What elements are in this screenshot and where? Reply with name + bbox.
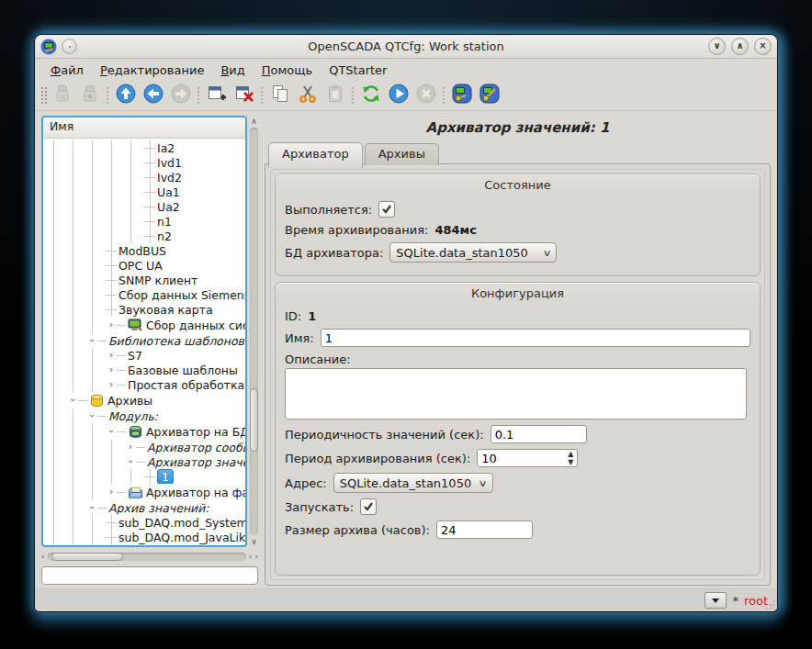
toolbar-handle[interactable]	[40, 86, 47, 105]
tree-item-простая-обработка[interactable]: ›Простая обработка	[43, 377, 245, 392]
tree-item-звуковая-карта[interactable]: Звуковая карта	[43, 302, 245, 317]
running-checkbox[interactable]	[378, 201, 395, 218]
scroll-down-icon[interactable]: ∨	[251, 537, 257, 546]
tree-item-sub-daq-mod-javalike[interactable]: sub_DAQ.mod_JavaLike	[43, 530, 245, 544]
tree-item-label: Архиватор сообще	[147, 441, 245, 454]
menu-view[interactable]: Вид	[212, 62, 253, 79]
tree-item-архив-значений-[interactable]: ›Архив значений:	[43, 500, 245, 515]
tree-item-ua1[interactable]: Ua1	[43, 185, 245, 199]
archiving-period-spinbox[interactable]: ▲ ▼	[477, 449, 578, 467]
start-button[interactable]	[385, 83, 412, 108]
tree-item-1[interactable]: 1	[43, 469, 245, 484]
stop-button	[412, 83, 440, 108]
spin-up-icon[interactable]: ▲	[568, 451, 573, 457]
name-input[interactable]	[321, 329, 750, 347]
qtstarter-qtcfg-button[interactable]	[476, 83, 503, 108]
tree-item-модуль-[interactable]: ›Модуль:	[43, 408, 245, 423]
tree-branch-line	[97, 341, 107, 341]
state-group-title: Состояние	[283, 176, 752, 196]
value-period-input[interactable]	[491, 425, 587, 443]
expand-icon[interactable]: ›	[106, 320, 117, 330]
to-start-label: Запускать:	[285, 500, 354, 514]
scroll-right-icon[interactable]: ›	[254, 552, 258, 561]
tree-header-name[interactable]: Имя	[43, 117, 245, 139]
scroll-left-icon[interactable]: ‹	[41, 552, 45, 561]
to-start-checkbox[interactable]	[360, 498, 377, 515]
archiver-db-select[interactable]: SQLite.data_stan1050 ∨	[389, 242, 557, 263]
window-titlebar[interactable]: OpenSCADA QTCfg: Work station ∨ ∧ ×	[35, 35, 777, 59]
tree-horizontal-scrollbar[interactable]: ‹ ‹ ›	[41, 550, 258, 563]
tree-item-сбор-данных-систем[interactable]: ›Сбор данных систем	[43, 317, 245, 333]
expand-icon[interactable]: ›	[106, 487, 117, 497]
spin-down-icon[interactable]: ▼	[568, 459, 573, 465]
scroll-left2-icon[interactable]: ‹	[249, 552, 253, 561]
menu-qtstarter[interactable]: QTStarter	[321, 62, 395, 79]
tree-item-s7[interactable]: ›S7	[43, 348, 245, 363]
tree-item-архиватор-сообще[interactable]: ›Архиватор сообще	[43, 440, 245, 454]
copy-button[interactable]	[266, 83, 294, 108]
tree-item-ivd2[interactable]: Ivd2	[43, 170, 245, 185]
tree-item-архиватор-на-файл[interactable]: ›Архиватор на файл	[43, 484, 245, 500]
paste-icon	[324, 83, 346, 108]
archiving-period-input[interactable]	[477, 449, 578, 467]
expand-icon[interactable]: ›	[106, 380, 117, 389]
tab-archiver[interactable]: Архиватор	[268, 142, 363, 168]
tree-item-n1[interactable]: n1	[43, 214, 245, 229]
tree-item-библиотека-шаблонов-[interactable]: ›Библиотека шаблонов:	[43, 333, 245, 348]
qtstarter-conf-button[interactable]	[448, 83, 476, 108]
expand-icon[interactable]: ›	[106, 365, 117, 375]
tree-item-базовые-шаблоны[interactable]: ›Базовые шаблоны	[43, 363, 245, 377]
cut-button[interactable]	[294, 83, 321, 108]
tree-item-архиватор-на-бд[interactable]: ›Архиватор на БД	[43, 423, 245, 440]
minimize-button[interactable]: ∨	[708, 38, 726, 55]
editor-pane: Архиватор значений: 1 Архиватор Архивы С…	[265, 116, 771, 586]
refresh-button[interactable]	[357, 83, 385, 108]
tree-item-архивы[interactable]: ›Архивы	[43, 392, 245, 408]
address-value: SQLite.data_stan1050	[340, 476, 473, 490]
paste-button	[321, 83, 349, 108]
close-button[interactable]: ×	[754, 38, 772, 55]
archive-size-input[interactable]	[436, 520, 533, 539]
collapse-icon[interactable]: ›	[126, 456, 135, 467]
toolbar-separator	[106, 86, 110, 105]
tree-body: Ia2Ivd1Ivd2Ua1Ua2n1n2ModBUSOPC UASNMP кл…	[43, 139, 245, 545]
collapse-icon[interactable]: ›	[87, 502, 96, 513]
back-button[interactable]	[140, 83, 167, 108]
item-delete-button[interactable]	[231, 83, 258, 108]
id-label: ID:	[285, 309, 301, 323]
tree-item-сбор-данных-siemens[interactable]: Сбор данных Siemens	[43, 287, 245, 302]
tree-item-n2[interactable]: n2	[43, 229, 245, 243]
tree-item-opc-ua[interactable]: OPC UA	[43, 258, 245, 273]
menu-edit[interactable]: Редактирование	[92, 62, 212, 79]
description-textarea[interactable]	[285, 368, 747, 420]
tab-archives[interactable]: Архивы	[365, 143, 439, 165]
tree-item-ivd1[interactable]: Ivd1	[43, 155, 245, 170]
tree-vertical-scrollbar[interactable]: ∧ ∨	[248, 116, 260, 547]
status-dropdown-button[interactable]	[705, 592, 727, 609]
tree-item-ua2[interactable]: Ua2	[43, 199, 245, 214]
collapse-icon[interactable]: ›	[107, 426, 116, 437]
app-edit-icon	[479, 83, 501, 108]
maximize-button[interactable]: ∧	[731, 38, 749, 55]
scroll-up-icon[interactable]: ∧	[251, 117, 257, 126]
vscroll-thumb[interactable]	[250, 388, 258, 452]
tree-branch-line	[117, 355, 126, 356]
tree-item-sub-daq-mod-system-c[interactable]: sub_DAQ.mod_System.c	[43, 515, 245, 530]
menu-file[interactable]: Файл	[42, 62, 92, 79]
up-button[interactable]	[112, 83, 140, 108]
collapse-icon[interactable]: ›	[87, 410, 96, 421]
tree-item-modbus[interactable]: ModBUS	[43, 243, 245, 258]
item-add-button[interactable]	[203, 83, 231, 108]
tree-search-input[interactable]	[41, 566, 258, 585]
address-select[interactable]: SQLite.data_stan1050 ∨	[333, 473, 493, 493]
collapse-icon[interactable]: ›	[68, 395, 77, 406]
hscroll-thumb[interactable]	[51, 553, 123, 561]
expand-icon[interactable]: ›	[125, 442, 136, 452]
tree-item-snmp-клиент[interactable]: SNMP клиент	[43, 273, 245, 287]
collapse-icon[interactable]: ›	[87, 335, 96, 346]
expand-icon[interactable]: ›	[106, 351, 117, 360]
tree-item-архиватор-значени[interactable]: ›Архиватор значени	[43, 454, 245, 469]
tree-item-sub-daq-mod-logiclev[interactable]: sub_DAQ.mod_LogicLev	[43, 544, 245, 545]
tree-item-ia2[interactable]: Ia2	[43, 140, 245, 155]
menu-help[interactable]: Помощь	[254, 62, 321, 79]
